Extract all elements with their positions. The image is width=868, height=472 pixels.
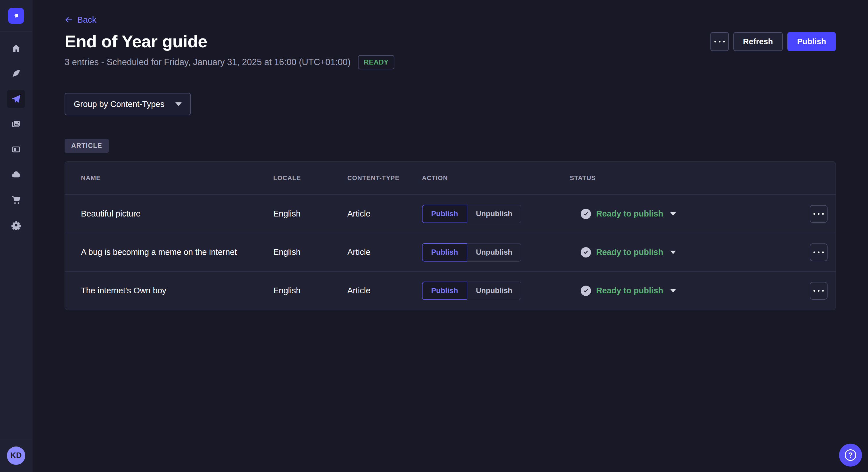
entries-table: NAME LOCALE CONTENT-TYPE ACTION STATUS B…: [65, 162, 836, 310]
sidebar-item-content-manager[interactable]: [7, 65, 25, 83]
back-link[interactable]: Back: [65, 15, 96, 25]
feather-icon: [11, 69, 21, 79]
ellipsis-icon: [813, 290, 824, 292]
unpublish-option-button[interactable]: Unpublish: [467, 205, 521, 223]
sidebar-item-settings[interactable]: [7, 216, 25, 234]
entry-name: A bug is becoming a meme on the internet: [81, 247, 273, 257]
sidebar-item-cloud[interactable]: [7, 165, 25, 184]
chevron-down-icon: [175, 102, 182, 106]
media-icon: [11, 119, 21, 129]
table-row: A bug is becoming a meme on the internet…: [65, 233, 836, 271]
ellipsis-icon: [813, 251, 824, 253]
publish-option-button[interactable]: Publish: [422, 205, 467, 223]
strapi-logo-icon: [11, 11, 21, 21]
column-header-action: ACTION: [422, 174, 570, 182]
action-segmented-control: Publish Unpublish: [422, 243, 570, 262]
cart-icon: [11, 195, 21, 205]
content-type-group-badge: ARTICLE: [65, 139, 109, 153]
sidebar-item-content-type-builder[interactable]: [7, 140, 25, 159]
column-header-locale: LOCALE: [273, 174, 347, 182]
table-header-row: NAME LOCALE CONTENT-TYPE ACTION STATUS: [65, 162, 836, 194]
entry-locale: English: [273, 209, 347, 218]
ellipsis-icon: [714, 41, 725, 42]
publish-option-button[interactable]: Publish: [422, 243, 467, 262]
sidebar-nav: [0, 32, 32, 439]
entry-locale: English: [273, 247, 347, 257]
column-header-content-type: CONTENT-TYPE: [347, 174, 422, 182]
page-title: End of Year guide: [65, 32, 207, 51]
status-dropdown[interactable]: Ready to publish: [581, 285, 676, 296]
status-label: Ready to publish: [596, 286, 663, 295]
sidebar-item-releases[interactable]: [7, 90, 25, 108]
entry-content-type: Article: [347, 286, 422, 295]
status-label: Ready to publish: [596, 247, 663, 257]
back-label: Back: [77, 15, 96, 25]
table-row: The internet's Own boy English Article P…: [65, 271, 836, 310]
group-by-value: Group by Content-Types: [74, 100, 164, 109]
sidebar-item-media-library[interactable]: [7, 115, 25, 133]
paper-plane-icon: [11, 94, 21, 104]
publish-option-button[interactable]: Publish: [422, 281, 467, 300]
column-header-name: NAME: [81, 174, 273, 182]
refresh-button[interactable]: Refresh: [733, 32, 783, 51]
arrow-left-icon: [65, 15, 73, 24]
unpublish-option-button[interactable]: Unpublish: [467, 281, 521, 300]
check-circle-icon: [581, 285, 591, 296]
sidebar-footer: KD: [0, 439, 32, 472]
strapi-logo[interactable]: [8, 8, 24, 24]
row-more-button[interactable]: [810, 282, 828, 300]
gear-icon: [11, 220, 21, 230]
chevron-down-icon: [670, 250, 676, 254]
release-subtitle: 3 entries - Scheduled for Friday, Januar…: [65, 57, 350, 67]
ellipsis-icon: [813, 213, 824, 215]
question-mark-icon: ?: [845, 449, 856, 461]
entry-content-type: Article: [347, 209, 422, 218]
sidebar-item-marketplace[interactable]: [7, 191, 25, 209]
status-dropdown[interactable]: Ready to publish: [581, 209, 676, 219]
sidebar-logo-area: [0, 0, 32, 32]
chevron-down-icon: [670, 289, 676, 293]
table-row: Beautiful picture English Article Publis…: [65, 194, 836, 233]
check-circle-icon: [581, 209, 591, 219]
cloud-icon: [11, 169, 21, 180]
action-segmented-control: Publish Unpublish: [422, 205, 570, 223]
sidebar-item-home[interactable]: [7, 39, 25, 58]
check-circle-icon: [581, 247, 591, 258]
entry-locale: English: [273, 286, 347, 295]
user-avatar[interactable]: KD: [7, 446, 25, 465]
release-status-badge: READY: [358, 55, 394, 69]
column-header-status: STATUS: [570, 174, 809, 182]
entry-content-type: Article: [347, 247, 422, 257]
header-actions: Refresh Publish: [710, 32, 836, 51]
entry-name: Beautiful picture: [81, 209, 273, 218]
help-button[interactable]: ?: [839, 444, 862, 467]
sidebar: KD: [0, 0, 32, 472]
main-content: Back End of Year guide Refresh Publish 3…: [32, 0, 868, 310]
status-dropdown[interactable]: Ready to publish: [581, 247, 676, 258]
action-segmented-control: Publish Unpublish: [422, 281, 570, 300]
status-label: Ready to publish: [596, 209, 663, 218]
chevron-down-icon: [670, 212, 676, 216]
unpublish-option-button[interactable]: Unpublish: [467, 243, 521, 262]
entry-name: The internet's Own boy: [81, 286, 273, 295]
more-actions-button[interactable]: [710, 32, 729, 51]
row-more-button[interactable]: [810, 205, 828, 223]
home-icon: [11, 43, 21, 54]
row-more-button[interactable]: [810, 243, 828, 261]
layout-icon: [11, 144, 21, 155]
publish-release-button[interactable]: Publish: [787, 32, 836, 51]
group-by-select[interactable]: Group by Content-Types: [65, 93, 191, 115]
